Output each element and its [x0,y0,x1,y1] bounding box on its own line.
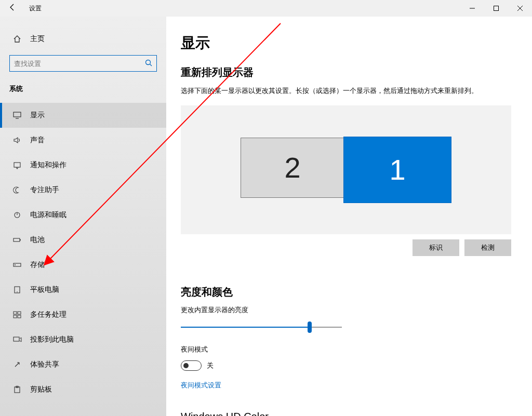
monitors-group: 2 1 [241,137,451,203]
nav-item-notifications[interactable]: 通知和操作 [0,153,166,178]
nav-item-focus-assist[interactable]: 专注助手 [0,178,166,203]
tablet-icon [12,286,22,293]
svg-rect-3 [14,163,20,167]
titlebar: 设置 [0,0,532,17]
moon-icon [12,186,22,194]
nav-item-tablet[interactable]: 平板电脑 [0,277,166,302]
sidebar-category: 系统 [0,82,166,103]
search-icon [145,59,152,68]
svg-rect-0 [494,6,499,11]
slider-fill [181,327,310,328]
nav-item-projecting[interactable]: 投影到此电脑 [0,327,166,352]
svg-rect-12 [18,312,21,314]
monitor-icon [12,112,22,119]
home-label: 主页 [30,34,45,44]
nav-item-label: 体验共享 [30,360,59,369]
nav-item-battery[interactable]: 电池 [0,227,166,252]
night-light-state: 关 [207,361,214,370]
maximize-icon [494,6,499,11]
clipboard-icon [12,386,22,393]
hd-color-heading: Windows HD Color [181,411,511,417]
search-input[interactable] [14,60,145,68]
display-buttons-row: 标识 检测 [181,239,511,256]
svg-rect-2 [14,112,21,117]
nav-item-label: 声音 [30,136,45,145]
close-button[interactable] [508,0,532,17]
nav-item-sound[interactable]: 声音 [0,128,166,153]
nav-item-label: 电池 [30,235,45,245]
brightness-slider[interactable] [181,321,342,333]
nav-item-label: 投影到此电脑 [30,335,74,344]
night-light-settings-link[interactable]: 夜间模式设置 [181,381,221,390]
nav-list: 显示 声音 通知和操作 专注助手 电源和睡眠 电池 [0,103,166,402]
nav-item-label: 通知和操作 [30,160,66,170]
sidebar: 主页 系统 显示 声音 通知和操作 [0,17,166,416]
svg-rect-6 [20,239,21,240]
nav-item-label: 存储 [30,260,45,270]
back-button[interactable] [0,3,25,14]
svg-point-10 [17,291,18,292]
monitor-2[interactable]: 2 [241,138,344,198]
nav-item-storage[interactable]: 存储 [0,252,166,277]
search-box[interactable] [9,55,157,72]
nav-item-label: 多任务处理 [30,310,66,319]
nav-item-label: 平板电脑 [30,285,59,294]
rearrange-description: 选择下面的某一显示器以更改其设置。长按（或选择）一个显示器，然后通过拖动方式来重… [181,86,511,96]
svg-rect-14 [18,315,21,318]
minimize-icon [470,6,475,11]
nav-item-display[interactable]: 显示 [0,103,166,128]
search-container [9,55,157,72]
arrow-left-icon [8,3,17,11]
svg-rect-5 [14,238,20,241]
svg-rect-13 [14,315,17,318]
night-light-toggle[interactable] [181,360,202,371]
nav-item-multitasking[interactable]: 多任务处理 [0,302,166,327]
svg-point-1 [146,60,151,64]
svg-rect-15 [14,337,19,341]
nav-item-clipboard[interactable]: 剪贴板 [0,377,166,402]
nav-item-label: 专注助手 [30,185,59,195]
project-icon [12,336,22,343]
nav-item-shared-experiences[interactable]: 体验共享 [0,352,166,377]
notification-icon [12,162,22,169]
power-icon [12,211,22,219]
monitor-1[interactable]: 1 [343,137,451,203]
night-light-toggle-row: 关 [181,360,511,371]
battery-icon [12,236,22,244]
rearrange-heading: 重新排列显示器 [181,65,511,79]
toggle-knob [183,363,189,368]
home-icon [12,35,22,43]
svg-point-8 [15,264,16,265]
page-title: 显示 [181,33,511,53]
close-icon [517,6,523,11]
nav-item-power-sleep[interactable]: 电源和睡眠 [0,203,166,227]
night-light-label: 夜间模式 [181,345,511,354]
window-title: 设置 [25,4,460,13]
home-link[interactable]: 主页 [0,29,166,49]
identify-button[interactable]: 标识 [413,239,459,256]
speaker-icon [12,137,22,144]
share-icon [12,361,22,368]
window-controls [460,0,532,17]
storage-icon [12,261,22,269]
slider-thumb[interactable] [308,321,312,333]
nav-item-label: 显示 [30,111,45,120]
display-arrange-area[interactable]: 2 1 [181,105,511,234]
brightness-label: 更改内置显示器的亮度 [181,305,511,315]
content-area: 显示 重新排列显示器 选择下面的某一显示器以更改其设置。长按（或选择）一个显示器… [166,17,532,416]
minimize-button[interactable] [460,0,484,17]
svg-rect-11 [14,312,17,314]
brightness-heading: 亮度和颜色 [181,285,511,299]
nav-item-label: 剪贴板 [30,385,52,394]
multitask-icon [12,311,22,318]
nav-item-label: 电源和睡眠 [30,210,66,220]
maximize-button[interactable] [484,0,508,17]
detect-button[interactable]: 检测 [464,239,511,256]
